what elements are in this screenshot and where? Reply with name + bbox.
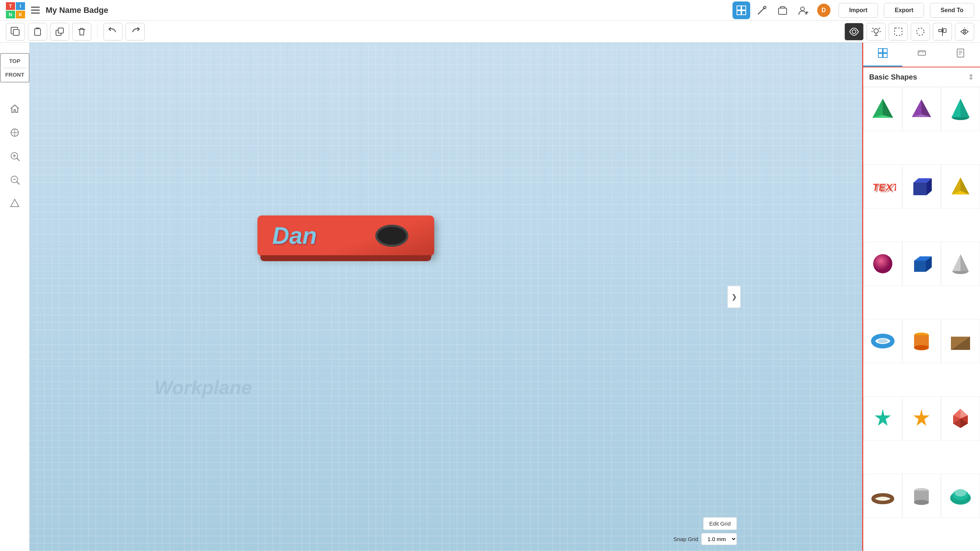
zoom-out-btn[interactable]: [6, 171, 24, 189]
svg-rect-43: [957, 49, 964, 57]
svg-rect-37: [883, 53, 887, 57]
grid-controls: Edit Grid Snap Grid 1.0 mm 0.5 mm 2.0 mm: [673, 517, 737, 545]
shapes-nav-btn[interactable]: [6, 194, 24, 212]
svg-marker-80: [913, 409, 929, 426]
svg-rect-0: [737, 6, 741, 10]
shape-teal-shape[interactable]: [941, 474, 980, 518]
svg-rect-10: [35, 29, 40, 35]
header-icons: D: [732, 2, 833, 19]
shape-cube[interactable]: [902, 242, 941, 286]
shape-green-pyramid[interactable]: [863, 87, 902, 131]
tools-btn[interactable]: [753, 2, 771, 19]
badge-body: Dan: [258, 215, 434, 256]
copy-btn[interactable]: [6, 23, 25, 40]
paste-btn[interactable]: [28, 23, 47, 40]
svg-rect-58: [913, 183, 927, 195]
svg-rect-18: [939, 29, 942, 32]
svg-point-6: [801, 7, 804, 11]
svg-point-13: [852, 30, 856, 33]
duplicate-btn[interactable]: [50, 23, 69, 40]
tab-notes[interactable]: [941, 43, 980, 67]
logo-i: I: [16, 2, 25, 10]
header: T I N K My Name Badge: [0, 0, 980, 21]
svg-marker-48: [872, 99, 883, 118]
shape-purple-pyramid[interactable]: [902, 87, 941, 131]
align-btn[interactable]: [933, 23, 952, 40]
group-btn[interactable]: [889, 23, 908, 40]
toolbar: [0, 21, 980, 43]
shape-cone-gray[interactable]: [941, 242, 980, 286]
viewport[interactable]: Workplane Dan ❯ Edit Grid Snap Grid 1.0 …: [29, 43, 862, 551]
tab-ruler[interactable]: [902, 43, 941, 67]
redo-btn[interactable]: [126, 23, 145, 40]
shape-gem-red[interactable]: [941, 396, 980, 441]
home-view-btn[interactable]: [6, 100, 24, 118]
shape-yellow-pyramid[interactable]: [941, 164, 980, 209]
svg-rect-19: [943, 29, 946, 32]
shape-star-yellow[interactable]: [902, 396, 941, 441]
edit-grid-btn[interactable]: Edit Grid: [703, 517, 737, 530]
shape-ring[interactable]: [863, 474, 902, 518]
badge-hole: [375, 225, 409, 247]
hamburger-menu[interactable]: [31, 6, 40, 14]
svg-point-92: [914, 500, 929, 505]
svg-rect-38: [918, 51, 926, 55]
shape-teal-cone[interactable]: [941, 87, 980, 131]
shape-sphere[interactable]: [863, 242, 902, 286]
projects-btn[interactable]: [774, 2, 791, 19]
shape-cylinder[interactable]: [902, 319, 941, 363]
svg-marker-51: [912, 99, 921, 117]
main-content: TOP FRONT: [0, 43, 980, 551]
svg-point-72: [878, 339, 888, 343]
category-dropdown-btn[interactable]: ⇕: [968, 73, 974, 81]
svg-rect-12: [58, 28, 64, 33]
undo-btn[interactable]: [103, 23, 123, 40]
view-tools: [845, 23, 974, 40]
category-label: Basic Shapes: [869, 73, 965, 81]
snap-grid-select[interactable]: 1.0 mm 0.5 mm 2.0 mm: [701, 533, 737, 545]
shape-torus[interactable]: [863, 319, 902, 363]
badge-object[interactable]: Dan: [258, 215, 434, 256]
shape-star-cyan[interactable]: [863, 396, 902, 441]
ungroup-btn[interactable]: [911, 23, 930, 40]
svg-rect-1: [742, 6, 746, 10]
shape-text3d[interactable]: TEXT TEXT: [863, 164, 902, 209]
delete-btn[interactable]: [72, 23, 91, 40]
view-cube-front: FRONT: [5, 72, 24, 78]
export-btn[interactable]: Export: [884, 3, 924, 18]
grid-view-btn[interactable]: [732, 2, 750, 19]
fit-view-btn[interactable]: [6, 124, 24, 142]
view-btn[interactable]: [845, 23, 864, 40]
right-panel: Basic Shapes ⇕: [862, 43, 980, 551]
shape-cylinder-gray[interactable]: [902, 474, 941, 518]
add-user-btn[interactable]: [794, 2, 812, 19]
tab-grid[interactable]: [863, 43, 902, 67]
mirror-btn[interactable]: [955, 23, 974, 40]
snap-grid-label: Snap Grid: [673, 536, 698, 542]
shape-wedge[interactable]: [941, 319, 980, 363]
svg-point-75: [914, 345, 929, 350]
shape-blue-box[interactable]: [902, 164, 941, 209]
svg-point-64: [873, 254, 892, 273]
svg-rect-15: [894, 28, 902, 35]
zoom-in-btn[interactable]: [6, 147, 24, 165]
tinkercad-logo[interactable]: T I N K: [6, 2, 25, 18]
svg-marker-70: [961, 254, 969, 271]
svg-line-27: [17, 158, 19, 161]
svg-point-89: [877, 497, 889, 501]
send-to-btn[interactable]: Send To: [930, 3, 974, 18]
logo-t: T: [6, 2, 15, 10]
panel-collapse-btn[interactable]: ❯: [727, 286, 741, 308]
svg-marker-79: [875, 409, 891, 426]
import-btn[interactable]: Import: [838, 3, 878, 18]
svg-rect-34: [878, 49, 882, 53]
svg-marker-31: [11, 199, 19, 207]
svg-marker-49: [883, 99, 893, 118]
svg-line-30: [17, 182, 19, 184]
svg-rect-5: [778, 8, 787, 14]
category-row: Basic Shapes ⇕: [863, 67, 980, 87]
avatar-btn[interactable]: D: [815, 2, 833, 19]
svg-point-14: [874, 29, 878, 33]
light-btn[interactable]: [867, 23, 886, 40]
svg-rect-36: [878, 53, 882, 57]
